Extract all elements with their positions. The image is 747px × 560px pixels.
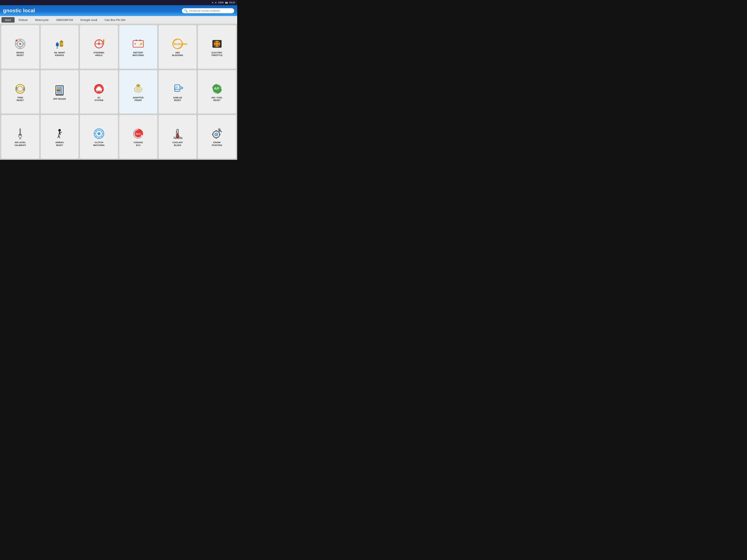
svg-text:♻: ♻ bbox=[56, 47, 58, 49]
brake-icon bbox=[14, 38, 26, 50]
svg-rect-22 bbox=[139, 40, 141, 41]
throttle-icon bbox=[211, 38, 223, 50]
svg-rect-18 bbox=[103, 39, 104, 43]
grid-container: BRAKERESET OIL ♻ OIL MAINTENANCE bbox=[0, 24, 237, 160]
time-display: 04:24 bbox=[229, 1, 235, 4]
svg-line-76 bbox=[59, 132, 59, 135]
svg-point-2 bbox=[19, 43, 21, 45]
steering-icon bbox=[93, 38, 105, 50]
svg-rect-106 bbox=[212, 134, 213, 135]
air-fuel-reset-label: AIR / FUELRESET bbox=[211, 96, 223, 102]
coolant-bleed-tile[interactable]: COOLANTBLEED bbox=[158, 115, 197, 159]
ac-icon bbox=[93, 83, 105, 95]
svg-text:A/F: A/F bbox=[214, 87, 220, 90]
clutch-icon bbox=[93, 128, 105, 140]
codage-ecu-label: CODAGEECU bbox=[133, 141, 143, 146]
steering-angle-label: STEERINGANGLE bbox=[93, 51, 104, 57]
svg-text:OIL: OIL bbox=[61, 43, 64, 45]
battery-matching-icon: + ⚡ − bbox=[132, 38, 144, 50]
adaptive-front-tile[interactable]: ADAPTIVEFRONT bbox=[119, 70, 157, 114]
tab-canbus[interactable]: Can Bus Pin Det bbox=[101, 17, 129, 23]
tab-energie[interactable]: Energie nouă bbox=[77, 17, 101, 23]
ac-system-label: ACSYSTEM bbox=[95, 96, 103, 102]
svg-text:DPF: DPF bbox=[57, 89, 60, 91]
svg-point-17 bbox=[98, 43, 100, 45]
crank-icon bbox=[211, 128, 223, 140]
dpf-icon: DPF bbox=[54, 84, 66, 96]
svg-rect-9 bbox=[60, 41, 62, 42]
svg-text:Ad: Ad bbox=[175, 86, 177, 88]
tab-robust[interactable]: Robust bbox=[15, 17, 31, 23]
airfuel-icon: A/F bbox=[211, 83, 223, 95]
adaptive-icon bbox=[132, 83, 144, 95]
svg-line-78 bbox=[59, 133, 61, 135]
airlevel-icon bbox=[14, 128, 26, 140]
coolant-icon bbox=[172, 128, 184, 140]
oil-icon: OIL ♻ bbox=[54, 38, 66, 50]
svg-text:+: + bbox=[134, 42, 136, 46]
nav-tabs: etare Robust Motorcycle OBD/OBFCM Energi… bbox=[0, 16, 237, 24]
svg-line-88 bbox=[96, 130, 97, 131]
svg-line-89 bbox=[101, 136, 102, 137]
svg-point-51 bbox=[100, 90, 102, 92]
svg-rect-104 bbox=[215, 130, 217, 131]
oil-maintenance-tile[interactable]: OIL ♻ OIL MAINTENANCE bbox=[41, 25, 79, 69]
tab-etare[interactable]: etare bbox=[1, 17, 15, 23]
svg-point-75 bbox=[58, 129, 61, 132]
airbag-icon bbox=[54, 128, 66, 140]
electric-throttle-label: ELECTRICTHROTTLE bbox=[211, 51, 223, 57]
svg-point-32 bbox=[216, 43, 218, 45]
air-fuel-reset-tile[interactable]: A/F AIR / FUELRESET bbox=[198, 70, 236, 114]
bluetooth-icon: ∗ bbox=[212, 1, 214, 4]
airbag-reset-tile[interactable]: AIRBAGRESET bbox=[41, 115, 79, 159]
svg-line-90 bbox=[101, 130, 102, 131]
svg-text:BLEEDING: BLEEDING bbox=[174, 43, 187, 46]
ac-system-tile[interactable]: ACSYSTEM bbox=[80, 70, 118, 114]
clutch-matching-tile[interactable]: CLUTCHMATCHING bbox=[80, 115, 118, 159]
electric-throttle-tile[interactable]: ELECTRICTHROTTLE bbox=[198, 25, 236, 69]
air-level-label: AIR LEVELCALIBRATI bbox=[15, 141, 26, 146]
crank-position-tile[interactable]: CRANKPOSITION bbox=[198, 115, 236, 159]
svg-point-50 bbox=[96, 90, 98, 92]
steering-angle-tile[interactable]: STEERINGANGLE bbox=[80, 25, 118, 69]
adblue-icon: Ad Blue bbox=[172, 83, 184, 95]
tpms-icon bbox=[14, 83, 26, 95]
search-input[interactable] bbox=[189, 9, 232, 12]
svg-line-77 bbox=[59, 132, 62, 133]
svg-line-80 bbox=[59, 135, 60, 138]
oil-maintenance-label: OIL MAINTENANCE bbox=[54, 51, 65, 57]
location-icon: ● bbox=[215, 1, 216, 4]
adblue-reset-tile[interactable]: Ad Blue ADBLUERESET bbox=[158, 70, 197, 114]
dpf-regen-tile[interactable]: DPF DPF REGEN bbox=[41, 70, 79, 114]
svg-point-19 bbox=[103, 43, 104, 45]
tpms-reset-tile[interactable]: TPMSRESET bbox=[1, 70, 40, 114]
tab-obd[interactable]: OBD/OBFCM bbox=[53, 17, 76, 23]
ecu-icon: ECU bbox=[132, 128, 144, 140]
adblue-reset-label: ADBLUERESET bbox=[173, 96, 182, 102]
dpf-regen-label: DPF REGEN bbox=[53, 98, 66, 100]
codage-ecu-tile[interactable]: ECU CODAGEECU bbox=[119, 115, 157, 159]
svg-rect-72 bbox=[19, 134, 22, 135]
coolant-bleed-label: COOLANTBLEED bbox=[172, 141, 183, 146]
brake-reset-label: BRAKERESET bbox=[17, 51, 24, 57]
tpms-reset-label: TPMSRESET bbox=[17, 96, 24, 102]
adaptive-front-label: ADAPTIVEFRONT bbox=[133, 96, 144, 102]
svg-point-103 bbox=[216, 134, 217, 135]
header: gnostic local 🔍 bbox=[0, 5, 237, 16]
svg-text:ECU: ECU bbox=[135, 133, 140, 135]
brake-reset-tile[interactable]: BRAKERESET bbox=[1, 25, 40, 69]
svg-point-54 bbox=[135, 88, 141, 91]
svg-rect-21 bbox=[135, 40, 137, 41]
crank-position-label: CRANKPOSITION bbox=[212, 141, 222, 146]
air-level-tile[interactable]: AIR LEVELCALIBRATI bbox=[1, 115, 40, 159]
battery-icon: ▮▮ bbox=[225, 1, 228, 4]
tab-motorcycle[interactable]: Motorcycle bbox=[32, 17, 52, 23]
abs-bleeding-tile[interactable]: BLEEDING ABSBLEEDING bbox=[158, 25, 197, 69]
search-box[interactable]: 🔍 bbox=[182, 8, 234, 13]
svg-rect-107 bbox=[220, 134, 221, 135]
svg-text:Blue: Blue bbox=[175, 88, 179, 90]
search-icon: 🔍 bbox=[184, 9, 188, 12]
battery-matching-tile[interactable]: + ⚡ − BATTERYMATCHING bbox=[119, 25, 157, 69]
svg-line-91 bbox=[96, 136, 97, 137]
battery-matching-label: BATTERYMATCHING bbox=[133, 51, 144, 57]
